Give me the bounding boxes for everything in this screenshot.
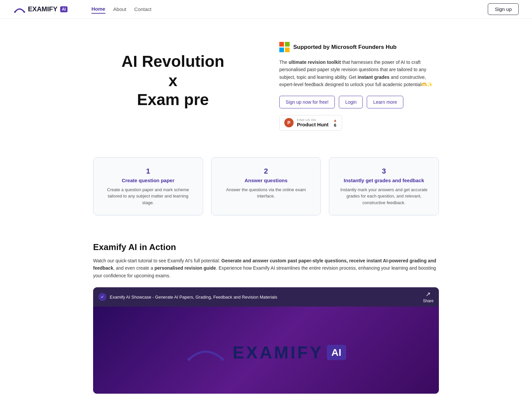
logo[interactable]: EXAMIFY AI xyxy=(13,5,67,13)
video-examify-text: EXAMIFY xyxy=(232,342,323,362)
action-desc: Watch our quick-start tutorial to see Ex… xyxy=(93,257,439,279)
step-3-desc: Instantly mark your answers and get accu… xyxy=(337,187,431,206)
steps-grid: 1 Create question paper Create a questio… xyxy=(93,157,439,216)
video-share-button[interactable]: ↗ Share xyxy=(423,291,434,303)
share-label: Share xyxy=(423,299,434,303)
signup-free-button[interactable]: Sign up now for free! xyxy=(279,96,335,108)
step-3-num: 3 xyxy=(337,167,431,176)
ph-votes: ▲ 6 xyxy=(333,118,337,128)
svg-point-3 xyxy=(221,357,224,361)
learn-more-button[interactable]: Learn more xyxy=(367,96,403,108)
step-1-num: 1 xyxy=(101,167,195,176)
step-2-desc: Answer the questions via the online exam… xyxy=(219,187,313,200)
ph-arrow-icon: ▲ xyxy=(333,118,337,123)
step-1-title: Create question paper xyxy=(101,178,195,183)
step-card-1: 1 Create question paper Create a questio… xyxy=(93,157,203,216)
action-title: Examify AI in Action xyxy=(93,242,439,252)
product-hunt-text: FIND US ON Product Hunt xyxy=(297,118,329,127)
nav-links: Home About Contact xyxy=(78,0,165,19)
nav-right: Sign up xyxy=(488,3,519,15)
ph-count: 6 xyxy=(334,123,336,128)
step-2-num: 2 xyxy=(219,167,313,176)
action-section: Examify AI in Action Watch our quick-sta… xyxy=(66,235,466,399)
hero-section: AI Revolution x Exam pre Supported by Mi… xyxy=(66,19,466,144)
nav-signup-button[interactable]: Sign up xyxy=(488,3,519,15)
svg-point-0 xyxy=(14,11,16,13)
video-logo-arc xyxy=(186,342,226,362)
ms-badge: Supported by Microsoft Founders Hub xyxy=(279,42,439,53)
step-3-title: Instantly get grades and feedback xyxy=(337,178,431,183)
hero-left: AI Revolution x Exam pre xyxy=(93,39,253,109)
nav-contact[interactable]: Contact xyxy=(134,5,152,13)
hero-title: AI Revolution x Exam pre xyxy=(121,52,224,109)
product-hunt-badge[interactable]: P FIND US ON Product Hunt ▲ 6 xyxy=(279,115,342,131)
step-card-3: 3 Instantly get grades and feedback Inst… xyxy=(329,157,439,216)
logo-icon xyxy=(13,5,26,13)
step-2-title: Answer questions xyxy=(219,178,313,183)
steps-section: 1 Create question paper Create a questio… xyxy=(66,144,466,236)
nav-left: EXAMIFY AI Home About Contact xyxy=(13,0,165,19)
hero-right: Supported by Microsoft Founders Hub The … xyxy=(279,39,439,131)
video-container[interactable]: ✓ Examify AI Showcase - Generate AI Pape… xyxy=(93,287,439,394)
svg-point-2 xyxy=(188,357,191,361)
hero-description: The ultimate revision toolkit that harne… xyxy=(279,59,439,88)
nav-about[interactable]: About xyxy=(113,5,126,13)
video-body: EXAMIFY AI xyxy=(93,307,439,394)
hero-buttons: Sign up now for free! Login Learn more xyxy=(279,96,439,108)
video-header-left: ✓ Examify AI Showcase - Generate AI Pape… xyxy=(98,293,277,301)
share-icon: ↗ xyxy=(423,291,434,298)
navbar: EXAMIFY AI Home About Contact Sign up xyxy=(0,0,532,19)
ph-find-label: FIND US ON xyxy=(297,118,329,122)
video-ai-text: AI xyxy=(327,345,346,360)
video-check-icon: ✓ xyxy=(98,293,106,301)
ph-name-label: Product Hunt xyxy=(297,122,329,127)
login-button[interactable]: Login xyxy=(339,96,363,108)
video-title: Examify AI Showcase - Generate AI Papers… xyxy=(110,295,277,300)
svg-point-1 xyxy=(24,11,25,13)
video-header: ✓ Examify AI Showcase - Generate AI Pape… xyxy=(93,287,439,307)
microsoft-logo xyxy=(279,42,290,53)
step-1-desc: Create a question paper and mark scheme … xyxy=(101,187,195,206)
nav-home[interactable]: Home xyxy=(91,5,105,14)
ms-title: Supported by Microsoft Founders Hub xyxy=(293,44,397,51)
logo-ai-badge: AI xyxy=(60,6,67,12)
logo-text: EXAMIFY xyxy=(28,5,58,13)
product-hunt-icon: P xyxy=(284,118,294,127)
step-card-2: 2 Answer questions Answer the questions … xyxy=(211,157,321,216)
